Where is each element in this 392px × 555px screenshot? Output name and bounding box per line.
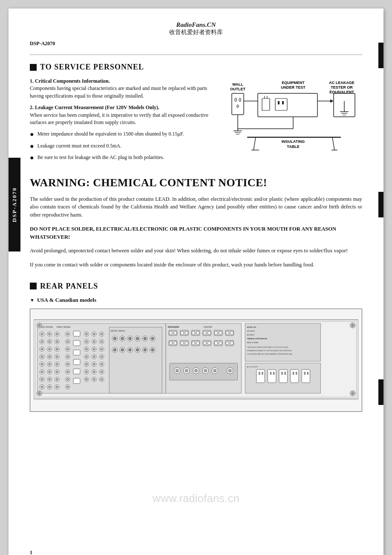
svg-text:TABLE: TABLE (287, 145, 299, 149)
svg-point-92 (56, 386, 58, 388)
svg-point-146 (85, 370, 87, 373)
rear-panel-container: AUDIO SIGNAL VIDEO SIGNAL (30, 309, 362, 412)
svg-rect-247 (268, 370, 276, 383)
svg-rect-7 (232, 93, 244, 115)
svg-point-102 (66, 363, 69, 365)
svg-point-162 (121, 337, 124, 340)
svg-point-148 (93, 370, 95, 373)
svg-point-182 (151, 348, 154, 351)
svg-rect-18 (282, 101, 284, 104)
svg-rect-113 (73, 369, 80, 374)
item2-title: 2. Leakage Current Measurement (For 120V… (30, 104, 159, 110)
svg-rect-255 (281, 372, 283, 375)
svg-point-215 (208, 341, 210, 344)
svg-rect-250 (302, 370, 310, 383)
svg-text:VIDEO SIGNAL: VIDEO SIGNAL (56, 326, 71, 328)
bullet-icon-3: ● (30, 154, 34, 161)
svg-point-60 (41, 386, 43, 388)
svg-point-84 (56, 356, 58, 358)
svg-point-205 (169, 341, 172, 344)
circuit-diagram-svg: WALL OUTLET EQUIPMENT UNDER TEST AC LEAK… (230, 80, 358, 161)
warning-para-2: DO NOT PLACE SOLDER, ELECTRICAL/ELECTRON… (30, 225, 362, 241)
header-subtitle: 收音机爱好者资料库 (30, 29, 362, 36)
item3-body: Meter impedance should be equivalent to … (37, 130, 184, 138)
svg-text:ADD1A070: ADD1A070 (247, 334, 255, 336)
rear-heading-square-icon (30, 283, 37, 289)
item2-body: When service has been completed, it is i… (30, 112, 208, 125)
svg-point-203 (231, 331, 233, 334)
svg-point-209 (185, 341, 188, 344)
watermark-text: www.radiofans.cn (153, 492, 239, 505)
svg-rect-257 (293, 372, 294, 375)
svg-point-224 (176, 369, 179, 372)
right-bar-2 (378, 192, 383, 217)
warning-para-3: Avoid prolonged, unprotected contact bet… (30, 247, 362, 255)
bullet-icon-2: ● (30, 143, 34, 150)
svg-point-58 (41, 378, 43, 380)
right-bar-1 (378, 43, 383, 68)
model-label: DSP-A2070 (30, 40, 362, 47)
svg-point-191 (185, 331, 188, 334)
svg-point-168 (144, 337, 147, 340)
svg-text:MADE IN JAPAN: MADE IN JAPAN (247, 342, 259, 344)
svg-rect-260 (307, 372, 308, 375)
svg-point-212 (196, 341, 199, 344)
svg-point-132 (101, 348, 103, 350)
item1-body: Components having special characteristic… (30, 85, 207, 98)
svg-point-214 (203, 341, 206, 344)
service-text: 1. Critical Components Information. Comp… (30, 78, 217, 166)
item5-body: Be sure to test for leakage with the AC … (37, 154, 164, 161)
svg-rect-259 (304, 372, 306, 375)
page-header: RadioFans.CN 收音机爱好者资料库 (30, 21, 362, 36)
service-section: 1. Critical Components Information. Comp… (30, 78, 362, 166)
svg-rect-109 (73, 331, 80, 336)
svg-rect-252 (262, 372, 263, 375)
svg-text:MODEL NO.: MODEL NO. (247, 326, 257, 328)
svg-point-104 (66, 370, 69, 373)
svg-rect-256 (284, 372, 286, 375)
svg-text:AC LEAKAGE: AC LEAKAGE (329, 81, 355, 85)
svg-line-37 (332, 137, 334, 150)
svg-point-166 (136, 337, 139, 340)
service-item-2: 2. Leakage Current Measurement (For 120V… (30, 104, 217, 126)
svg-point-196 (203, 331, 206, 334)
svg-text:SPEAKERS: SPEAKERS (168, 326, 179, 328)
svg-point-230 (204, 369, 207, 372)
bullet-icon-1: ● (30, 131, 34, 138)
svg-rect-254 (273, 372, 275, 375)
svg-point-54 (41, 363, 43, 365)
rear-heading-text: REAR PANELS (40, 282, 98, 291)
svg-point-94 (66, 333, 69, 335)
svg-point-46 (41, 333, 43, 335)
svg-line-36 (254, 137, 256, 150)
svg-point-128 (85, 348, 87, 350)
svg-point-62 (49, 333, 51, 335)
rear-subheading: ▼ USA & Canadian models (30, 297, 362, 304)
side-label: DSP-A2070 (9, 158, 20, 251)
service-item-3: ● Meter impedance should be equivalent t… (30, 130, 217, 138)
svg-point-106 (66, 378, 69, 380)
svg-point-154 (93, 378, 95, 380)
svg-text:THIS DEVICE COMPLIES WITH PART: THIS DEVICE COMPLIES WITH PART 15 OF THE… (247, 347, 288, 348)
svg-text:UNDER TEST: UNDER TEST (281, 85, 306, 90)
svg-rect-16 (275, 98, 287, 110)
svg-point-206 (174, 341, 177, 344)
svg-point-234 (228, 369, 231, 372)
svg-point-152 (85, 378, 87, 380)
svg-point-197 (208, 331, 210, 334)
side-label-text: DSP-A2070 (11, 187, 18, 222)
service-heading-text: TO SERVICE PERSONNEL (40, 63, 144, 72)
svg-text:DIGITAL SIGNAL: DIGITAL SIGNAL (111, 330, 126, 332)
svg-rect-112 (73, 359, 80, 364)
svg-point-226 (185, 369, 188, 372)
svg-point-90 (56, 378, 58, 380)
svg-point-170 (151, 337, 154, 340)
top-divider (30, 55, 362, 55)
svg-point-140 (85, 363, 87, 365)
svg-point-96 (66, 340, 69, 342)
svg-text:AC OUTLETS: AC OUTLETS (247, 366, 258, 368)
svg-rect-246 (257, 370, 265, 383)
svg-rect-248 (279, 370, 287, 383)
warning-title: WARNING: CHEMICAL CONTENT NOTICE! (30, 176, 362, 189)
svg-point-208 (181, 341, 184, 344)
